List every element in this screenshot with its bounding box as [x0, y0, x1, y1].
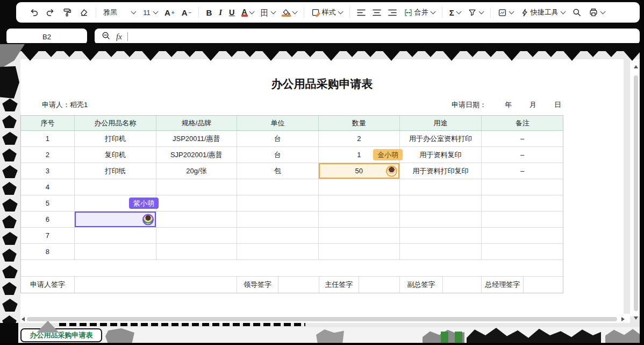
signature-label-cell[interactable]: 副总签字 — [400, 277, 443, 293]
table-cell[interactable] — [482, 195, 563, 212]
table-cell[interactable]: SJP202001/惠普 — [156, 147, 238, 163]
table-cell[interactable] — [237, 228, 319, 244]
signature-label-cell[interactable]: 申请人签字 — [21, 277, 75, 293]
column-header[interactable]: 序号 — [21, 116, 75, 131]
zoom-out-icon[interactable] — [101, 31, 111, 43]
align-right-button[interactable] — [388, 9, 397, 16]
table-cell[interactable] — [237, 244, 319, 260]
table-cell[interactable] — [400, 195, 482, 212]
font-family-select[interactable]: 雅黑 — [103, 8, 135, 17]
table-cell[interactable]: 4 — [21, 179, 75, 195]
table-cell[interactable] — [319, 244, 400, 260]
table-cell[interactable]: 包 — [237, 163, 319, 179]
undo-button[interactable] — [29, 8, 39, 17]
scroll-right-arrow[interactable] — [621, 317, 625, 321]
table-cell[interactable] — [156, 228, 238, 244]
bold-button[interactable]: B — [206, 8, 212, 17]
table-cell[interactable]: 台 — [237, 131, 319, 147]
sheet-tab[interactable]: 办公用品采购申请表 — [20, 328, 102, 342]
horizontal-scrollbar-thumb[interactable] — [27, 317, 617, 321]
increase-font-button[interactable]: A+ — [164, 8, 175, 17]
table-cell[interactable]: – — [482, 163, 563, 179]
table-cell[interactable]: 6 — [21, 212, 75, 228]
table-cell[interactable]: 1 — [21, 131, 75, 147]
table-cell[interactable]: 用于办公室资料打印 — [400, 131, 482, 147]
font-color-button[interactable]: A — [242, 9, 254, 17]
align-center-button[interactable] — [373, 9, 381, 16]
table-cell[interactable] — [400, 212, 482, 228]
table-cell[interactable] — [75, 212, 156, 228]
signature-blank-cell[interactable] — [443, 277, 482, 293]
redo-button[interactable] — [46, 8, 55, 17]
decrease-font-button[interactable]: A− — [182, 8, 192, 17]
column-header[interactable]: 单位 — [237, 116, 319, 131]
quick-tools-button[interactable]: 快捷工具 — [520, 8, 565, 17]
formula-input-caret[interactable] — [127, 32, 128, 41]
signature-blank-cell[interactable] — [75, 277, 237, 293]
table-cell[interactable] — [237, 212, 319, 228]
column-header[interactable]: 用途 — [400, 116, 482, 131]
search-icon[interactable] — [572, 8, 582, 17]
table-cell[interactable]: JSP20011/惠普 — [156, 131, 238, 147]
table-cell[interactable]: 5 — [21, 195, 75, 212]
autosum-button[interactable]: Σ — [449, 8, 461, 17]
worksheet[interactable]: 办公用品采购申请表 申请人：稻壳1 申请日期： 年 月 日 序号办公用品名称规格… — [20, 59, 624, 314]
vertical-scrollbar-thumb[interactable] — [634, 75, 638, 311]
signature-label-cell[interactable]: 总经理签字 — [482, 277, 524, 293]
print-button[interactable] — [589, 8, 605, 17]
signature-label-cell[interactable]: 领导签字 — [237, 277, 278, 293]
fill-color-button[interactable] — [282, 9, 297, 17]
scroll-up-arrow[interactable] — [634, 65, 638, 68]
table-cell[interactable]: 复印机 — [75, 147, 156, 163]
scroll-left-arrow[interactable] — [22, 317, 25, 321]
font-size-select[interactable]: 11 — [142, 9, 158, 17]
table-cell[interactable] — [482, 179, 563, 195]
table-cell[interactable] — [400, 244, 482, 260]
column-header[interactable]: 办公用品名称 — [75, 116, 156, 131]
table-cell[interactable]: 打印纸 — [75, 163, 156, 179]
table-cell[interactable] — [482, 244, 563, 260]
table-cell[interactable]: – — [482, 147, 563, 163]
table-cell[interactable]: 台 — [237, 147, 319, 163]
borders-button[interactable]: 田 — [261, 9, 275, 17]
table-cell[interactable] — [319, 179, 400, 195]
table-cell[interactable]: 7 — [21, 228, 75, 244]
table-cell[interactable] — [21, 260, 563, 277]
column-header[interactable]: 规格/品牌 — [156, 116, 238, 131]
table-cell[interactable]: – — [482, 131, 563, 147]
eraser-icon[interactable] — [79, 8, 89, 17]
table-cell[interactable] — [400, 179, 482, 195]
table-cell[interactable] — [237, 195, 319, 212]
table-cell[interactable] — [319, 195, 400, 212]
table-cell[interactable]: 2 — [21, 147, 75, 163]
format-painter-icon[interactable] — [62, 8, 72, 17]
filter-button[interactable] — [468, 8, 483, 17]
merge-cells-button[interactable]: 合并 — [404, 8, 435, 17]
table-cell[interactable]: 2 — [319, 131, 400, 147]
table-cell[interactable]: 3 — [21, 163, 75, 179]
table-cell[interactable] — [156, 212, 238, 228]
formula-bar[interactable]: fx — [95, 29, 640, 45]
signature-blank-cell[interactable] — [359, 277, 400, 293]
table-cell[interactable] — [156, 244, 238, 260]
table-cell[interactable] — [319, 212, 400, 228]
table-cell[interactable]: 用于资料复印 — [400, 147, 482, 163]
italic-button[interactable]: I — [219, 8, 222, 17]
signature-blank-cell[interactable] — [278, 277, 319, 293]
table-cell[interactable] — [75, 179, 156, 195]
table-cell[interactable]: 50 — [319, 163, 400, 179]
align-left-button[interactable] — [357, 9, 366, 16]
underline-button[interactable]: U — [229, 8, 234, 17]
table-cell[interactable]: 8 — [21, 244, 75, 260]
signature-blank-cell[interactable] — [524, 277, 563, 293]
scroll-down-arrow[interactable] — [634, 316, 638, 320]
table-cell[interactable]: 20g/张 — [156, 163, 238, 179]
table-cell[interactable] — [319, 228, 400, 244]
table-cell[interactable] — [400, 228, 482, 244]
column-header[interactable]: 数量 — [319, 116, 400, 131]
cell-reference-box[interactable]: B2 — [6, 29, 87, 45]
table-cell[interactable] — [482, 212, 563, 228]
table-cell[interactable]: 打印机 — [75, 131, 156, 147]
table-cell[interactable] — [75, 244, 156, 260]
table-cell[interactable] — [482, 228, 563, 244]
